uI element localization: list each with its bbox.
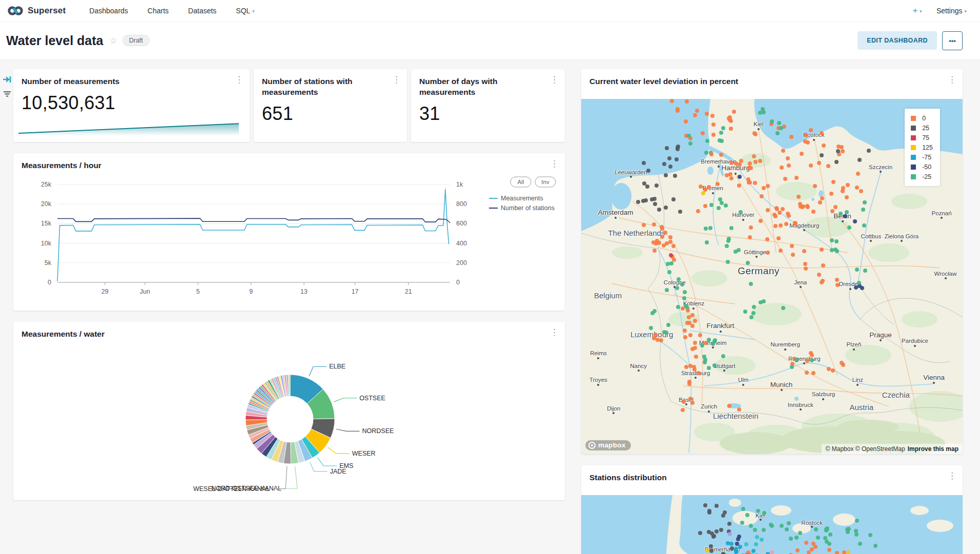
chart-title: Stations distribution [581,465,963,483]
station-dot [749,524,753,528]
improve-map-link[interactable]: Improve this map [908,445,958,453]
nav-dashboards[interactable]: Dashboards [89,7,128,15]
station-dot [688,397,692,401]
legend-row: 25 [911,123,933,133]
superset-logo-icon[interactable] [7,5,24,16]
expand-filter-bar-icon[interactable] [3,75,12,86]
station-dot [707,366,711,370]
station-dot [657,241,661,245]
svg-text:200: 200 [456,259,467,266]
station-dot [730,546,734,550]
station-dot [664,206,668,210]
kebab-menu-icon[interactable]: ⋮ [235,75,243,84]
kebab-menu-icon[interactable]: ⋮ [948,471,956,480]
kebab-menu-icon[interactable]: ⋮ [550,75,559,84]
station-dot [735,542,739,546]
kebab-menu-icon[interactable]: ⋮ [392,75,401,84]
nav-sql[interactable]: SQL▾ [236,7,255,15]
station-dot [719,528,723,532]
legend-item[interactable]: Measurements [489,195,543,202]
nav-datasets[interactable]: Datasets [188,7,216,15]
legend-swatch-icon [911,135,916,140]
legend-toggle-inv[interactable]: Inv [535,177,556,187]
add-new-button[interactable]: +▾ [912,6,922,16]
nav-charts[interactable]: Charts [148,7,169,15]
city-label: Amsterdam [598,209,633,216]
legend-swatch-icon [911,155,916,160]
donut-label: WESEL-DATTELN-KANAL [193,485,270,493]
station-dot [783,177,787,181]
svg-text:400: 400 [456,240,467,247]
filter-icon[interactable] [3,89,12,100]
station-dot [752,131,757,135]
station-dot [693,341,697,345]
chevron-down-icon: ▾ [252,9,255,14]
country-label: Belgium [594,291,622,300]
legend-swatch-icon [911,145,916,150]
city-label: Hanover [732,212,754,218]
station-dot [721,126,725,130]
deviation-map[interactable]: LeeuwardenAmsterdamThe NetherlandsBelgiu… [581,99,963,454]
station-dot [654,333,658,337]
svg-text:0: 0 [48,279,51,286]
city-marker [849,288,851,290]
brand-name[interactable]: Superset [28,6,66,16]
country-label: Austria [849,403,873,412]
more-actions-button[interactable]: ••• [942,31,963,50]
country-label: Germany [738,265,780,277]
city-marker [720,331,722,333]
donut-label: NORDSEE [362,427,394,435]
station-dot [749,282,753,286]
chart-title: Measurements / hour [13,153,565,171]
station-dot [664,173,668,177]
station-dot [729,127,733,131]
svg-text:600: 600 [456,220,467,227]
station-dot [710,114,714,118]
station-dot [712,363,717,367]
legend-item[interactable]: Number of stations [489,204,555,212]
favorite-star-icon[interactable]: ☆ [109,35,117,46]
donut-chart[interactable]: ELBEOSTSEENORDSEEWESEREMSJADENORD-OSTSEE… [13,342,565,497]
legend-swatch-icon [911,126,916,131]
kpi-title: Number of measurements [13,69,250,87]
station-dot [861,208,865,212]
city-label: Cottbus [861,233,882,239]
country-label: Czechia [882,391,910,399]
top-nav: Superset Dashboards Charts Datasets SQL▾… [0,0,980,22]
station-dot [813,184,817,188]
kebab-menu-icon[interactable]: ⋮ [550,159,559,168]
legend-toggle-all[interactable]: All [511,177,531,187]
svg-text:5: 5 [196,288,200,295]
station-dot [703,503,707,507]
station-dot [779,249,783,253]
kebab-menu-icon[interactable]: ⋮ [948,75,956,84]
station-dot [660,225,664,229]
station-dot [673,174,677,178]
station-dot [770,550,774,554]
station-dot [827,548,831,552]
station-dot [829,192,833,196]
edit-dashboard-button[interactable]: EDIT DASHBOARD [858,31,937,50]
line-chart[interactable]: 005k20010k40015k60020k80025k1k29Jun59131… [13,175,565,308]
kebab-menu-icon[interactable]: ⋮ [550,328,559,337]
mapbox-logo[interactable]: mapbox [585,440,631,450]
legend-label: -75 [922,154,931,161]
station-dot [649,326,653,330]
legend-row: -75 [911,152,933,162]
legend-label: -50 [922,163,931,171]
svg-text:All: All [518,179,524,185]
station-dot [807,550,811,554]
stations-map[interactable]: KielRostockBremerhaven [581,495,963,554]
country-label: Liechtenstein [713,412,758,420]
svg-text:Measurements: Measurements [501,195,543,202]
station-dot [687,321,691,325]
station-dot [804,133,808,137]
station-dot [835,249,839,253]
settings-menu[interactable]: Settings▾ [936,7,967,15]
station-dot [810,358,814,362]
city-marker [945,277,947,279]
station-dot [760,194,764,198]
city-label: Nuremberg [770,341,800,347]
station-dot [811,210,815,214]
station-dot [770,119,774,124]
